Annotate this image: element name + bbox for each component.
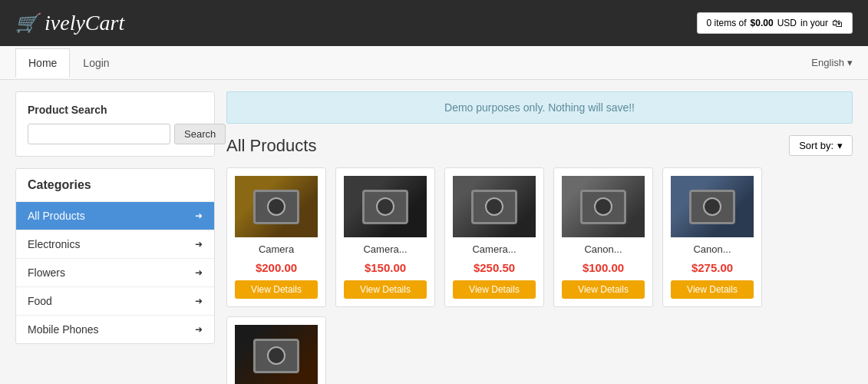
nav-login[interactable]: Login [70, 48, 122, 78]
product-name: Camera... [453, 243, 536, 257]
category-food-label: Food [28, 295, 52, 307]
product-image [671, 176, 754, 237]
cart-amount: $0.00 [751, 18, 774, 28]
category-food[interactable]: Food ➜ [16, 287, 214, 316]
product-image [235, 176, 318, 237]
product-card: Camera... $250.50 View Details [444, 167, 544, 307]
category-mobile-phones-label: Mobile Phones [28, 323, 99, 336]
search-input[interactable] [28, 124, 170, 144]
language-label: English [811, 57, 844, 68]
cart-currency: USD [777, 18, 797, 28]
cart-bag-icon: 🛍 [832, 17, 843, 29]
nav-links: Home Login [15, 48, 123, 78]
content-area: Demo purposes only. Nothing will save!! … [226, 91, 853, 384]
search-box-title: Product Search [28, 104, 203, 116]
cart-logo-icon: 🛒 [15, 12, 38, 34]
sort-by-label: Sort by: [799, 140, 833, 151]
language-selector[interactable]: English ▾ [811, 57, 853, 68]
product-price: $150.00 [344, 261, 427, 274]
product-card: Canon... $275.00 View Details [662, 167, 762, 307]
product-price: $200.00 [235, 261, 318, 274]
arrow-icon: ➜ [195, 296, 203, 306]
search-box: Product Search Search [15, 91, 215, 157]
view-details-button[interactable]: View Details [453, 280, 536, 299]
product-card: Canon... $100.00 View Details [553, 167, 653, 307]
chevron-down-icon: ▾ [847, 57, 853, 68]
view-details-button[interactable]: View Details [562, 280, 645, 299]
category-electronics-label: Electronics [28, 238, 80, 250]
logo-text: ivelyCart [45, 11, 124, 35]
product-name: Canon... [562, 243, 645, 257]
products-header: All Products Sort by: ▾ [226, 135, 853, 156]
sidebar: Product Search Search Categories All Pro… [15, 91, 215, 384]
chevron-down-icon: ▾ [837, 140, 843, 151]
category-all-products-label: All Products [28, 210, 85, 222]
category-flowers-label: Flowers [28, 266, 65, 279]
product-image [453, 176, 536, 237]
categories-box: Categories All Products ➜ Electronics ➜ … [15, 168, 215, 344]
demo-banner: Demo purposes only. Nothing will save!! [226, 91, 853, 124]
cart-summary[interactable]: 0 items of $0.00 USD in your 🛍 [697, 12, 853, 34]
cart-suffix: in your [800, 18, 828, 28]
product-price: $100.00 [562, 261, 645, 274]
sort-by-button[interactable]: Sort by: ▾ [789, 135, 853, 156]
product-name: Camera... [344, 243, 427, 257]
product-card: Camera... $150.00 View Details [335, 167, 435, 307]
product-image [344, 176, 427, 237]
arrow-icon: ➜ [195, 267, 203, 278]
products-title: All Products [226, 136, 316, 156]
product-price: $250.50 [453, 261, 536, 274]
nav-home[interactable]: Home [15, 48, 70, 78]
category-electronics[interactable]: Electronics ➜ [16, 230, 214, 259]
logo[interactable]: 🛒 ivelyCart [15, 11, 124, 35]
main-content: Product Search Search Categories All Pro… [0, 80, 868, 384]
category-flowers[interactable]: Flowers ➜ [16, 259, 214, 287]
search-row: Search [28, 124, 203, 144]
site-header: 🛒 ivelyCart 0 items of $0.00 USD in your… [0, 0, 868, 46]
view-details-button[interactable]: View Details [235, 280, 318, 299]
arrow-icon: ➜ [195, 210, 203, 221]
cart-label: 0 items of [707, 18, 747, 28]
product-name: Canon... [671, 243, 754, 257]
navbar: Home Login English ▾ [0, 46, 868, 80]
product-image [235, 325, 318, 384]
product-name: Camera [235, 243, 318, 257]
product-card: Canon... $300.00 View Details [226, 316, 326, 384]
arrow-icon: ➜ [195, 324, 203, 335]
product-card: Camera $200.00 View Details [226, 167, 326, 307]
product-image [562, 176, 645, 237]
search-button[interactable]: Search [174, 124, 226, 144]
view-details-button[interactable]: View Details [344, 280, 427, 299]
view-details-button[interactable]: View Details [671, 280, 754, 299]
category-mobile-phones[interactable]: Mobile Phones ➜ [16, 316, 214, 343]
arrow-icon: ➜ [195, 239, 203, 250]
products-grid: Camera $200.00 View Details Camera... $1… [226, 167, 853, 384]
categories-title: Categories [16, 169, 214, 202]
product-price: $275.00 [671, 261, 754, 274]
category-all-products[interactable]: All Products ➜ [16, 202, 214, 230]
